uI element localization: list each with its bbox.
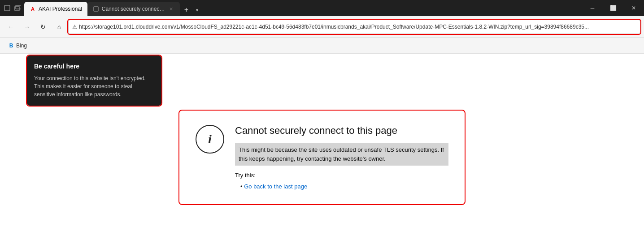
tab-error-label: Cannot securely connec… bbox=[102, 6, 165, 12]
error-try-label: Try this: bbox=[235, 172, 448, 179]
close-button[interactable]: ✕ bbox=[623, 0, 644, 16]
window-controls: ─ ⬜ ✕ bbox=[582, 0, 644, 16]
error-title: Cannot securely connect to this page bbox=[235, 125, 448, 137]
bullet-symbol: • bbox=[240, 183, 243, 190]
minimize-button[interactable]: ─ bbox=[582, 0, 603, 16]
error-card: i Cannot securely connect to this page T… bbox=[178, 110, 466, 205]
fav-bing-label: Bing bbox=[16, 43, 27, 49]
tab-list-button[interactable]: ▾ bbox=[192, 4, 201, 16]
forward-button[interactable]: → bbox=[20, 20, 34, 34]
home-button[interactable]: ⌂ bbox=[52, 20, 66, 34]
titlebar-controls bbox=[0, 4, 24, 12]
tab-akai-favicon: A bbox=[30, 6, 36, 12]
url-text: https://storage101.ord1.clouddrive.com/v… bbox=[79, 24, 636, 30]
window-icon bbox=[4, 4, 11, 12]
tab-close-button[interactable]: ✕ bbox=[167, 5, 174, 13]
lock-icon: ⚠ bbox=[72, 24, 77, 30]
tab-akai[interactable]: A AKAI Professional bbox=[24, 2, 87, 16]
refresh-button[interactable]: ↻ bbox=[36, 20, 50, 34]
taskbar-icon bbox=[13, 4, 21, 12]
error-info-icon: i bbox=[196, 125, 224, 154]
security-popup: Be careful here Your connection to this … bbox=[27, 56, 161, 106]
favorites-bar: B Bing bbox=[0, 38, 644, 54]
back-button[interactable]: ← bbox=[4, 20, 18, 34]
svg-rect-0 bbox=[4, 5, 10, 11]
addressbar: ← → ↻ ⌂ ⚠ https://storage101.ord1.cloudd… bbox=[0, 16, 644, 38]
url-bar[interactable]: ⚠ https://storage101.ord1.clouddrive.com… bbox=[68, 20, 640, 34]
titlebar: A AKAI Professional Cannot securely conn… bbox=[0, 0, 644, 16]
error-body: Cannot securely connect to this page Thi… bbox=[235, 125, 448, 190]
bing-icon: B bbox=[8, 43, 14, 49]
tab-akai-label: AKAI Professional bbox=[39, 6, 82, 12]
go-back-link[interactable]: Go back to the last page bbox=[244, 183, 307, 190]
svg-rect-1 bbox=[14, 7, 20, 10]
maximize-button[interactable]: ⬜ bbox=[603, 0, 623, 16]
page-content: Be careful here Your connection to this … bbox=[0, 54, 644, 252]
tab-area: A AKAI Professional Cannot securely conn… bbox=[24, 0, 582, 16]
svg-rect-3 bbox=[94, 7, 98, 11]
tab-error[interactable]: Cannot securely connec… ✕ bbox=[87, 2, 180, 16]
fav-bing[interactable]: B Bing bbox=[5, 42, 30, 50]
security-popup-title: Be careful here bbox=[34, 63, 154, 70]
tab-error-favicon bbox=[93, 6, 99, 12]
new-tab-button[interactable]: + bbox=[180, 4, 192, 16]
security-popup-body: Your connection to this website isn't en… bbox=[34, 74, 154, 98]
error-suggestion-1: • Go back to the last page bbox=[240, 183, 448, 190]
error-description: This might be because the site uses outd… bbox=[235, 143, 448, 166]
